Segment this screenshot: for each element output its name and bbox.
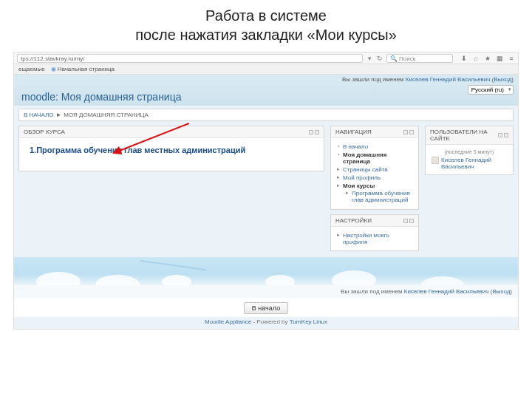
course-overview-header: ОБЗОР КУРСА xyxy=(19,126,324,138)
online-users-body: (последние 5 минут) Киселев Геннадий Вас… xyxy=(426,145,513,174)
breadcrumb-home[interactable]: В НАЧАЛО xyxy=(24,112,53,118)
settings-block: НАСТРОЙКИ Настройки моего профиля xyxy=(330,214,419,251)
download-icon[interactable]: ⬇ xyxy=(460,55,468,62)
bookmarks-home[interactable]: ◉Начальная страница xyxy=(51,66,115,72)
moodle-appliance-link[interactable]: Moodle Appliance xyxy=(205,318,251,325)
settings-my-profile[interactable]: Настройки моего профиля xyxy=(337,231,412,246)
home-icon[interactable]: ⌂ xyxy=(472,55,480,62)
moodle-page: Вы зашли под именем Киселев Геннадий Вас… xyxy=(14,75,518,329)
course-overview-body: 1.Программа обучения глав местных админи… xyxy=(19,138,324,171)
course-link[interactable]: 1.Программа обучения глав местных админи… xyxy=(30,146,245,154)
page-header: Вы зашли под именем Киселев Геннадий Вас… xyxy=(14,75,518,106)
online-user[interactable]: Киселев Геннадий Васильевич xyxy=(432,157,507,170)
avatar xyxy=(432,157,439,164)
bookmarks-bar: ещаемые ◉Начальная страница xyxy=(14,64,518,75)
block-controls[interactable] xyxy=(403,219,414,223)
logout-link[interactable]: Выход xyxy=(494,76,511,83)
menu-icon[interactable]: ≡ xyxy=(508,55,515,62)
side-column-1: НАВИГАЦИЯ В начало Моя домашняя страница… xyxy=(330,126,419,251)
home-button[interactable]: В начало xyxy=(244,302,288,314)
online-users-subtitle: (последние 5 минут) xyxy=(432,149,507,154)
language-select[interactable]: Русский (ru) xyxy=(468,85,514,95)
url-bar: tps://112.stavkray.ru/my/ ▾ ↻ 🔍Поиск ⬇ ⌂… xyxy=(14,52,518,64)
reload-icon[interactable]: ↻ xyxy=(376,55,383,62)
dropdown-icon[interactable]: ▾ xyxy=(366,55,373,62)
slide-title-line1: Работа в системе xyxy=(0,6,532,25)
nav-course-1[interactable]: Программа обучения глав администраций xyxy=(346,189,412,204)
breadcrumb-current: МОЯ ДОМАШНЯЯ СТРАНИЦА xyxy=(64,112,149,118)
block-controls[interactable] xyxy=(309,130,319,134)
block-controls[interactable] xyxy=(403,130,414,134)
settings-body: Настройки моего профиля xyxy=(331,227,418,250)
footer-button-row: В начало xyxy=(14,298,518,317)
settings-header: НАСТРОЙКИ xyxy=(331,215,418,227)
search-icon: 🔍 xyxy=(390,55,398,62)
apps-icon[interactable]: ▦ xyxy=(496,55,503,62)
side-column-2: ПОЛЬЗОВАТЕЛИ НА САЙТЕ (последние 5 минут… xyxy=(425,126,514,251)
navigation-body: В начало Моя домашняя страница Страницы … xyxy=(331,138,418,209)
block-controls[interactable] xyxy=(498,133,508,137)
nav-my-profile[interactable]: Мой профиль xyxy=(337,174,412,182)
nav-home[interactable]: В начало xyxy=(337,143,412,151)
logout-link-footer[interactable]: Выход xyxy=(492,288,510,295)
user-link[interactable]: Киселев Геннадий Васильевич xyxy=(406,76,491,83)
decorative-clouds xyxy=(14,257,518,285)
url-field[interactable]: tps://112.stavkray.ru/my/ xyxy=(17,54,363,63)
navigation-block: НАВИГАЦИЯ В начало Моя домашняя страница… xyxy=(330,126,419,210)
online-users-block: ПОЛЬЗОВАТЕЛИ НА САЙТЕ (последние 5 минут… xyxy=(425,126,514,175)
breadcrumb: В НАЧАЛО►МОЯ ДОМАШНЯЯ СТРАНИЦА xyxy=(18,109,514,121)
search-field[interactable]: 🔍Поиск xyxy=(386,54,453,63)
slide-title-line2: после нажатия закладки «Мои курсы» xyxy=(0,25,532,44)
navigation-header: НАВИГАЦИЯ xyxy=(331,126,418,138)
login-info-bottom: Вы зашли под именем Киселев Геннадий Вас… xyxy=(14,285,518,298)
login-info-top: Вы зашли под именем Киселев Геннадий Вас… xyxy=(342,76,514,83)
turnkey-link[interactable]: TurnKey Linux xyxy=(290,318,327,325)
nav-my-home[interactable]: Моя домашняя страница xyxy=(337,151,412,166)
main-column: ОБЗОР КУРСА 1.Программа обучения глав ме… xyxy=(18,126,324,251)
user-link-footer[interactable]: Киселев Геннадий Васильевич xyxy=(404,288,489,295)
course-overview-block: ОБЗОР КУРСА 1.Программа обучения глав ме… xyxy=(18,126,324,171)
powered-by: Moodle Appliance - Powered by TurnKey Li… xyxy=(14,317,518,329)
browser-frame: tps://112.stavkray.ru/my/ ▾ ↻ 🔍Поиск ⬇ ⌂… xyxy=(13,52,519,330)
site-title: moodle: Моя домашняя страница xyxy=(21,91,511,103)
content-region: ОБЗОР КУРСА 1.Программа обучения глав ме… xyxy=(14,121,518,257)
toolbar-icons: ⬇ ⌂ ★ ▦ ≡ xyxy=(460,55,515,62)
bookmark-icon[interactable]: ★ xyxy=(484,55,491,62)
nav-my-courses[interactable]: Мои курсы Программа обучения глав админи… xyxy=(337,182,412,205)
slide-title: Работа в системе после нажатия закладки … xyxy=(0,0,532,47)
globe-icon: ◉ xyxy=(51,66,56,72)
bookmarks-visited[interactable]: ещаемые xyxy=(18,66,45,72)
online-users-header: ПОЛЬЗОВАТЕЛИ НА САЙТЕ xyxy=(426,126,513,145)
nav-site-pages[interactable]: Страницы сайта xyxy=(337,166,412,174)
